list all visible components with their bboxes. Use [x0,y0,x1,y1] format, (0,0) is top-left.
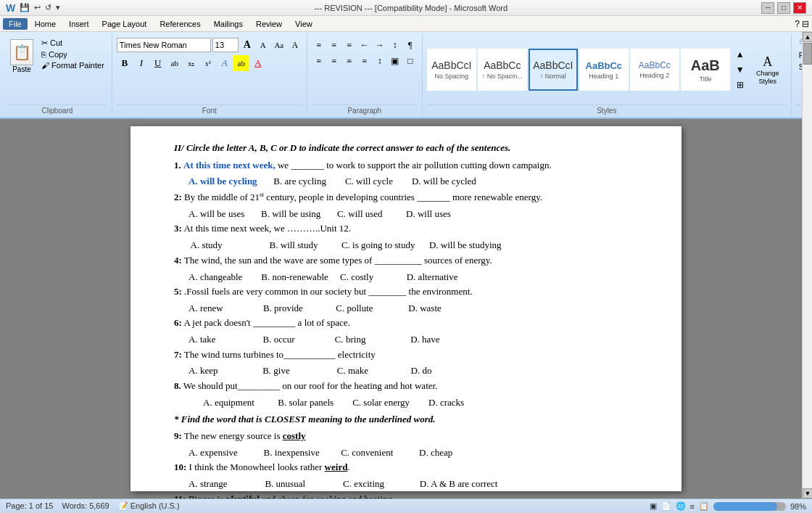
menu-file[interactable]: File [3,18,28,30]
font-label: Font [117,104,302,115]
close-button[interactable]: ✕ [793,2,806,14]
styles-content: AaBbCcI No Spacing AaBbCc ↑ No Spacin...… [427,35,787,104]
highlight-button[interactable]: ab [233,55,249,71]
question-1: 1. At this time next week, we _______ to… [174,158,652,173]
statusbar-right: ▣ 📄 🌐 ≡ 📋 98% [650,501,806,511]
cut-button[interactable]: ✂ Cut [38,38,107,49]
shading-button[interactable]: ▣ [388,54,402,68]
minimize-button[interactable]: ─ [761,2,774,14]
redo-icon[interactable]: ↺ [45,3,51,12]
font-size-input[interactable] [212,38,239,52]
view-normal-icon[interactable]: ▣ [650,501,657,511]
view-reading-icon[interactable]: 📄 [661,501,671,511]
font-case-button[interactable]: Aa [272,38,286,52]
subscript-button[interactable]: x₂ [183,55,199,71]
menu-home[interactable]: Home [29,18,62,30]
question-8: 8. We should put_________ on our roof fo… [174,379,652,394]
increase-indent-button[interactable]: → [373,38,387,52]
question-6: 6: A jet pack doesn't _________ a lot of… [174,316,652,331]
q10-num: 10: [174,461,186,472]
q2-num: 2: [174,192,182,202]
scroll-thumb[interactable] [803,43,812,65]
styles-scroll-buttons: ▲ ▼ ⊞ [733,47,747,92]
zoom-level: 98% [790,502,806,511]
strikethrough-button[interactable]: ab [167,55,183,71]
view-draft-icon[interactable]: 📋 [699,501,709,511]
styles-previews: AaBbCcI No Spacing AaBbCc ↑ No Spacin...… [427,49,730,91]
window-title: --- REVISION --- [Compatibility Mode] - … [60,4,761,12]
styles-more-button[interactable]: ⊞ [733,78,747,92]
numbering-button[interactable]: ≡ [327,38,341,52]
italic-button[interactable]: I [133,55,149,71]
styles-scroll-up[interactable]: ▲ [733,47,747,62]
view-outline-icon[interactable]: ≡ [690,502,695,511]
borders-button[interactable]: □ [403,54,418,68]
maximize-button[interactable]: □ [777,2,790,14]
styles-scroll-down[interactable]: ▼ [733,62,747,77]
menu-insert[interactable]: Insert [63,18,95,30]
align-right-button[interactable]: ≡ [342,54,357,68]
menu-view[interactable]: View [289,18,318,30]
superscript-button[interactable]: x² [200,55,216,71]
show-para-button[interactable]: ¶ [403,38,418,52]
question-2: 2: By the middle of 21st century, people… [174,189,652,205]
ribbon-toggle[interactable]: ⊟ [802,19,809,29]
text-effects-button[interactable]: A [217,55,233,71]
q7-num: 7: [174,349,182,360]
menu-pagelayout[interactable]: Page Layout [96,18,153,30]
save-icon[interactable]: 💾 [20,3,30,12]
scroll-up[interactable]: ▲ [803,32,812,42]
align-left-button[interactable]: ≡ [312,54,326,68]
menu-references[interactable]: References [154,18,206,30]
undo-icon[interactable]: ↩ [34,3,41,12]
font-content: A A Aa A B I U ab x₂ x² A ab A [117,35,302,104]
align-center-button[interactable]: ≡ [327,54,341,68]
paste-button[interactable]: 📋 Paste [7,38,36,75]
decrease-indent-button[interactable]: ← [357,38,372,52]
font-name-input[interactable] [117,38,211,52]
menu-review[interactable]: Review [250,18,288,30]
paste-label: Paste [12,65,31,73]
help-icon[interactable]: ? [795,19,800,29]
bold-button[interactable]: B [117,55,133,71]
format-painter-button[interactable]: 🖌 Format Painter [38,60,107,70]
titlebar: W 💾 ↩ ↺ ▾ --- REVISION --- [Compatibilit… [0,0,812,16]
line-spacing-button[interactable]: ↕ [373,54,387,68]
q1-num: 1. [174,160,181,171]
scroll-down[interactable]: ▼ [803,488,812,498]
bullets-button[interactable]: ≡ [312,38,326,52]
q11-num: 11: [174,493,186,498]
scrollbar[interactable]: ▲ ▼ [802,32,812,498]
style-no-spacing[interactable]: AaBbCcI No Spacing [427,49,476,91]
style-heading2[interactable]: AaBbCc Heading 2 [630,49,679,91]
sort-button[interactable]: ↕ [388,38,402,52]
font-shrink-button[interactable]: A [256,38,270,52]
ribbon-font-group: A A Aa A B I U ab x₂ x² A ab A Font [112,33,307,116]
style-title[interactable]: AaB Title [681,49,730,91]
underline-button[interactable]: U [150,55,166,71]
ribbon: 📋 Paste ✂ Cut ⎘ Copy 🖌 Format Painter Cl… [0,32,812,119]
document-page[interactable]: II/ Circle the letter A, B, C or D to in… [130,126,682,491]
styles-label: Styles [427,104,787,115]
view-web-icon[interactable]: 🌐 [676,501,686,511]
font-color-button[interactable]: A [250,55,266,71]
question-7: 7: The wind turns turbines to___________… [174,348,652,363]
menu-mailings[interactable]: Mailings [208,18,249,30]
q1-highlighted: At this time next week, [183,160,276,171]
clear-format-button[interactable]: A [288,38,302,52]
q3-num: 3: [174,223,182,234]
style-heading1[interactable]: AaBbCc Heading 1 [579,49,629,91]
change-styles-icon: A [763,54,772,70]
window-controls[interactable]: ─ □ ✕ [761,2,806,14]
justify-button[interactable]: ≡ [357,54,372,68]
style-preview-title: AaB [691,57,720,74]
titlebar-icons: W 💾 ↩ ↺ ▾ [6,2,60,14]
multilevel-button[interactable]: ≡ [342,38,357,52]
style-no-spacing2[interactable]: AaBbCc ↑ No Spacin... [478,49,527,91]
style-normal[interactable]: AaBbCcI ↑ Normal [529,49,578,91]
q2-answers: A. will be uses B. will be using C. will… [174,207,652,221]
change-styles-button[interactable]: A Change Styles [749,52,787,89]
copy-button[interactable]: ⎘ Copy [38,49,107,59]
font-grow-button[interactable]: A [240,38,254,52]
ribbon-collapse-icons: ? ⊟ [795,19,809,29]
